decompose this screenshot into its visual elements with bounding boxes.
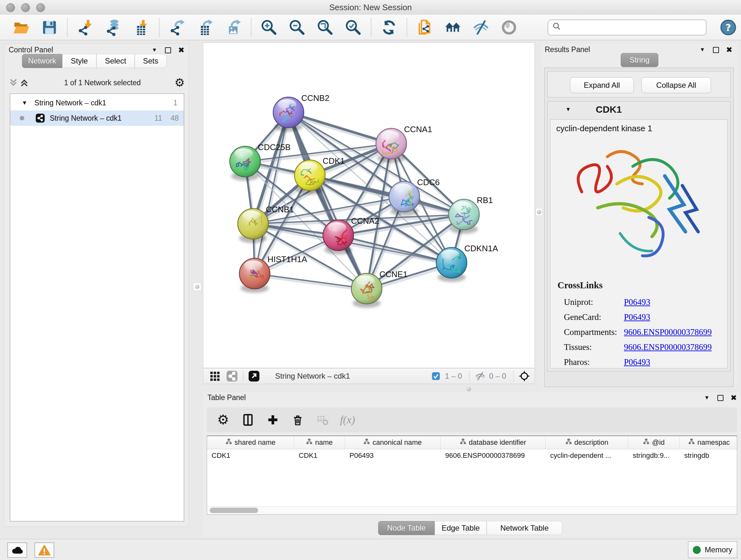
grid-view-icon[interactable] <box>208 370 221 382</box>
panel-collapse-icon[interactable]: ▼ <box>698 46 706 54</box>
left-splitter-handle[interactable] <box>193 283 201 291</box>
houses-icon[interactable] <box>444 18 462 37</box>
refresh-icon[interactable] <box>380 18 398 37</box>
panel-float-icon[interactable] <box>164 46 172 54</box>
crosslink-value-link[interactable]: P06493 <box>624 312 650 322</box>
crosshair-icon[interactable] <box>518 370 531 382</box>
column-header-0[interactable]: shared name <box>207 436 294 449</box>
crosslink-value-link[interactable]: 9606.ENSP00000378699 <box>624 342 712 352</box>
memory-button[interactable]: Memory <box>688 542 737 558</box>
table-cell[interactable]: CDK1 <box>207 449 294 462</box>
table-cell[interactable]: CDK1 <box>294 449 345 462</box>
bottom-splitter-handle[interactable] <box>467 387 471 391</box>
node-label: CDKN1A <box>464 244 498 253</box>
import-table-icon[interactable] <box>132 18 151 37</box>
expand-all-icon[interactable] <box>19 78 30 87</box>
panel-float-icon[interactable] <box>716 394 724 401</box>
network-canvas[interactable]: CCNB2CCNA1CDC25BCDK1CDC6RB1CCNB1CCNA2CDK… <box>203 43 535 368</box>
document-share-icon[interactable] <box>415 18 434 37</box>
panel-close-icon[interactable]: ✖ <box>725 46 733 54</box>
tree-expander-icon[interactable]: ▼ <box>22 100 27 106</box>
toolbar-group <box>76 18 151 37</box>
save-session-icon[interactable] <box>40 18 59 37</box>
share-view-icon[interactable] <box>226 370 239 382</box>
show-columns-icon[interactable] <box>240 412 256 428</box>
panel-close-icon[interactable]: ✖ <box>177 46 185 54</box>
entry-expander-icon[interactable]: ▼ <box>565 106 571 113</box>
network-node-HIST1H1A[interactable]: HIST1H1A <box>239 254 307 293</box>
table-cell[interactable]: stringdb <box>680 449 737 462</box>
tab-node-table[interactable]: Node Table <box>378 521 434 535</box>
table-settings-gear-icon[interactable]: ⚙ <box>215 412 231 428</box>
network-node-CCNA1[interactable]: CCNA1 <box>376 125 432 163</box>
import-database-icon[interactable] <box>104 18 123 37</box>
entry-name: CDK1 <box>596 104 622 115</box>
zoom-fit-icon[interactable] <box>316 18 334 37</box>
export-table-icon[interactable] <box>196 18 214 37</box>
export-image-icon[interactable] <box>224 18 243 37</box>
gray-orb-icon[interactable] <box>500 18 518 37</box>
panel-collapse-icon[interactable]: ▼ <box>703 394 711 401</box>
table-cell[interactable]: 9606.ENSP00000378699 <box>441 449 546 462</box>
open-in-window-icon[interactable] <box>248 370 260 382</box>
network-node-CDKN1A[interactable]: CDKN1A <box>436 244 498 282</box>
crosslink-value-link[interactable]: P06493 <box>624 357 650 367</box>
column-header-1[interactable]: name <box>294 436 345 449</box>
zoom-out-icon[interactable] <box>288 18 307 37</box>
panel-collapse-icon[interactable]: ▼ <box>150 46 158 54</box>
zoom-in-icon[interactable] <box>260 18 278 37</box>
network-node-CCNE1[interactable]: CCNE1 <box>351 269 408 308</box>
column-header-5[interactable]: @id <box>628 436 680 449</box>
column-header-2[interactable]: canonical name <box>345 436 441 449</box>
entry-header[interactable]: ▼ CDK1 <box>548 102 730 118</box>
add-column-icon[interactable] <box>265 412 281 428</box>
search-box[interactable] <box>548 19 706 36</box>
tab-sets[interactable]: Sets <box>135 54 166 68</box>
table-cell[interactable]: cyclin-dependent ... <box>546 449 628 462</box>
crosslink-value-link[interactable]: P06493 <box>624 297 650 307</box>
column-header-3[interactable]: database identifier <box>441 436 546 449</box>
collapse-all-button[interactable]: Collapse All <box>642 77 711 93</box>
cloud-button[interactable] <box>7 543 27 558</box>
horizontal-scrollbar[interactable] <box>207 506 737 514</box>
tab-network[interactable]: Network <box>22 54 62 68</box>
open-folder-icon[interactable] <box>12 18 30 37</box>
panel-float-icon[interactable] <box>712 46 720 54</box>
selected-checkbox-icon[interactable] <box>429 370 442 382</box>
network-options-gear-icon[interactable]: ⚙ <box>175 77 185 88</box>
table-cell[interactable]: stringdb:9... <box>628 449 680 462</box>
tab-edge-table[interactable]: Edge Table <box>434 521 487 535</box>
tab-select[interactable]: Select <box>96 54 135 68</box>
collapse-all-icon[interactable] <box>9 78 19 87</box>
column-header-label: description <box>575 438 608 447</box>
search-input[interactable] <box>562 23 697 32</box>
zoom-selected-icon[interactable] <box>344 18 362 37</box>
network-row[interactable]: String Network – cdk1 11 48 <box>10 111 184 126</box>
node-label: CDK1 <box>323 156 345 166</box>
network-node-RB1[interactable]: RB1 <box>449 195 493 234</box>
export-network-icon[interactable] <box>168 18 186 37</box>
help-icon[interactable]: ? <box>719 18 737 37</box>
scrollbar-thumb[interactable] <box>210 508 258 513</box>
delete-table-icon[interactable] <box>315 412 331 428</box>
column-header-6[interactable]: namespac <box>680 436 737 449</box>
node-gloss-highlight <box>394 184 412 194</box>
panel-close-icon[interactable]: ✖ <box>730 394 738 401</box>
control-panel: Control Panel ▼ ✖ Network Style Select S… <box>4 44 189 527</box>
function-builder-icon[interactable]: f(x) <box>340 412 355 428</box>
import-network-icon[interactable] <box>76 18 94 37</box>
column-header-4[interactable]: description <box>546 436 628 449</box>
expand-all-button[interactable]: Expand All <box>570 77 634 93</box>
crosslink-value-link[interactable]: 9606.ENSP00000378699 <box>624 327 712 337</box>
node-label: CCNB2 <box>301 93 329 103</box>
tab-string[interactable]: String <box>621 53 658 67</box>
tab-network-table[interactable]: Network Table <box>487 521 562 535</box>
table-cell[interactable]: P06493 <box>345 449 441 462</box>
network-collection-row[interactable]: ▼ String Network – cdk1 1 <box>10 95 184 111</box>
hidden-eye-icon[interactable] <box>474 370 487 382</box>
warning-button[interactable] <box>35 543 54 558</box>
tab-style[interactable]: Style <box>62 54 96 68</box>
delete-column-icon[interactable] <box>290 412 306 428</box>
hide-eye-icon[interactable] <box>472 18 490 37</box>
warning-icon <box>38 544 51 556</box>
